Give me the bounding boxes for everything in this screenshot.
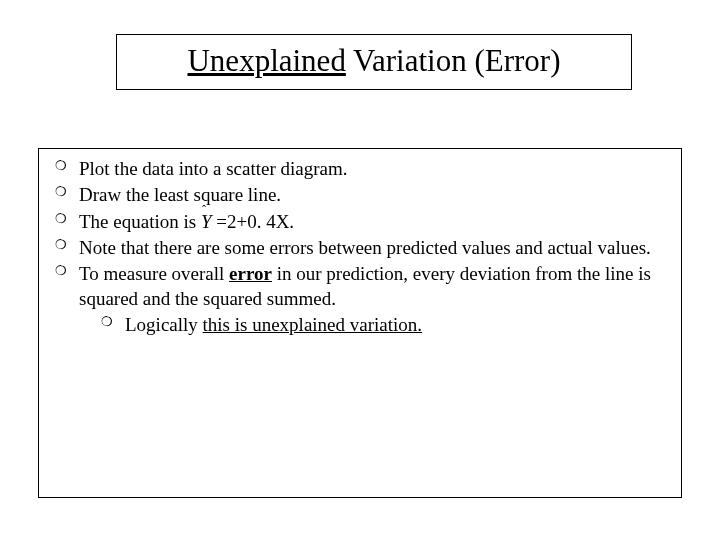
- bullet-text: Draw the least square line.: [79, 184, 281, 205]
- sub-bullet-underlined: this is unexplained variation.: [203, 314, 423, 335]
- slide: Unexplained Variation (Error) Plot the d…: [0, 0, 720, 540]
- bullet-text: Plot the data into a scatter diagram.: [79, 158, 348, 179]
- y-hat-symbol: ˆY: [201, 210, 212, 234]
- title-rest: Variation (Error): [346, 43, 561, 78]
- bullet-text-suffix: =2+0. 4X.: [211, 211, 294, 232]
- list-item: To measure overall error in our predicti…: [55, 262, 665, 337]
- list-item: The equation is ˆY =2+0. 4X.: [55, 210, 665, 234]
- list-item: Note that there are some errors between …: [55, 236, 665, 260]
- list-item: Logically this is unexplained variation.: [101, 313, 665, 337]
- list-item: Plot the data into a scatter diagram.: [55, 157, 665, 181]
- bullet-text-prefix: The equation is: [79, 211, 201, 232]
- bullet-list: Plot the data into a scatter diagram. Dr…: [55, 157, 665, 337]
- list-item: Draw the least square line.: [55, 183, 665, 207]
- title-underlined: Unexplained: [187, 43, 345, 78]
- hat-mark: ˆ: [202, 203, 206, 218]
- sub-bullet-prefix: Logically: [125, 314, 203, 335]
- sub-bullet-list: Logically this is unexplained variation.: [79, 313, 665, 337]
- bullet-text-prefix: To measure overall: [79, 263, 229, 284]
- title-box: Unexplained Variation (Error): [116, 34, 632, 90]
- error-underlined: error: [229, 263, 272, 284]
- content-box: Plot the data into a scatter diagram. Dr…: [38, 148, 682, 498]
- bullet-text: Note that there are some errors between …: [79, 237, 651, 258]
